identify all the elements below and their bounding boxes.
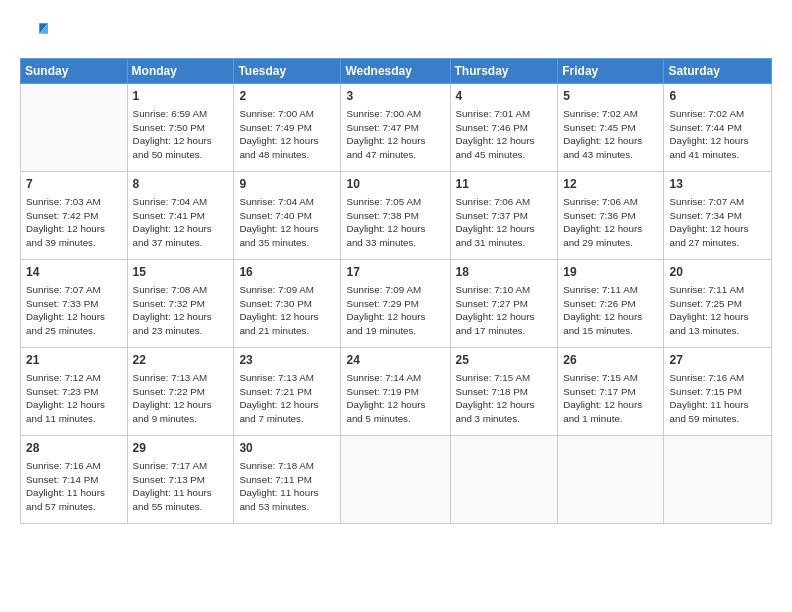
calendar-cell: 23Sunrise: 7:13 AM Sunset: 7:21 PM Dayli… (234, 348, 341, 436)
calendar-cell: 3Sunrise: 7:00 AM Sunset: 7:47 PM Daylig… (341, 84, 450, 172)
day-info: Sunrise: 7:11 AM Sunset: 7:25 PM Dayligh… (669, 283, 766, 338)
calendar-cell: 8Sunrise: 7:04 AM Sunset: 7:41 PM Daylig… (127, 172, 234, 260)
calendar-cell: 13Sunrise: 7:07 AM Sunset: 7:34 PM Dayli… (664, 172, 772, 260)
page: SundayMondayTuesdayWednesdayThursdayFrid… (0, 0, 792, 612)
calendar-cell: 28Sunrise: 7:16 AM Sunset: 7:14 PM Dayli… (21, 436, 128, 524)
day-number: 18 (456, 264, 553, 281)
day-info: Sunrise: 7:02 AM Sunset: 7:44 PM Dayligh… (669, 107, 766, 162)
calendar-cell: 25Sunrise: 7:15 AM Sunset: 7:18 PM Dayli… (450, 348, 558, 436)
calendar-body: 1Sunrise: 6:59 AM Sunset: 7:50 PM Daylig… (21, 84, 772, 524)
day-info: Sunrise: 7:00 AM Sunset: 7:49 PM Dayligh… (239, 107, 335, 162)
day-info: Sunrise: 7:13 AM Sunset: 7:21 PM Dayligh… (239, 371, 335, 426)
calendar-header: SundayMondayTuesdayWednesdayThursdayFrid… (21, 59, 772, 84)
day-number: 6 (669, 88, 766, 105)
day-number: 29 (133, 440, 229, 457)
day-number: 26 (563, 352, 658, 369)
logo (20, 18, 52, 46)
calendar-cell: 18Sunrise: 7:10 AM Sunset: 7:27 PM Dayli… (450, 260, 558, 348)
day-info: Sunrise: 7:11 AM Sunset: 7:26 PM Dayligh… (563, 283, 658, 338)
calendar-week-row: 14Sunrise: 7:07 AM Sunset: 7:33 PM Dayli… (21, 260, 772, 348)
calendar-cell: 14Sunrise: 7:07 AM Sunset: 7:33 PM Dayli… (21, 260, 128, 348)
day-info: Sunrise: 7:17 AM Sunset: 7:13 PM Dayligh… (133, 459, 229, 514)
day-number: 17 (346, 264, 444, 281)
calendar-cell: 22Sunrise: 7:13 AM Sunset: 7:22 PM Dayli… (127, 348, 234, 436)
day-number: 30 (239, 440, 335, 457)
day-number: 2 (239, 88, 335, 105)
calendar-cell (341, 436, 450, 524)
calendar-cell: 2Sunrise: 7:00 AM Sunset: 7:49 PM Daylig… (234, 84, 341, 172)
day-number: 12 (563, 176, 658, 193)
weekday-header: Thursday (450, 59, 558, 84)
calendar-cell (664, 436, 772, 524)
calendar-cell: 11Sunrise: 7:06 AM Sunset: 7:37 PM Dayli… (450, 172, 558, 260)
day-number: 21 (26, 352, 122, 369)
day-info: Sunrise: 7:09 AM Sunset: 7:30 PM Dayligh… (239, 283, 335, 338)
calendar-cell: 29Sunrise: 7:17 AM Sunset: 7:13 PM Dayli… (127, 436, 234, 524)
calendar-cell: 7Sunrise: 7:03 AM Sunset: 7:42 PM Daylig… (21, 172, 128, 260)
calendar-cell: 6Sunrise: 7:02 AM Sunset: 7:44 PM Daylig… (664, 84, 772, 172)
day-number: 4 (456, 88, 553, 105)
calendar-cell: 26Sunrise: 7:15 AM Sunset: 7:17 PM Dayli… (558, 348, 664, 436)
calendar-week-row: 7Sunrise: 7:03 AM Sunset: 7:42 PM Daylig… (21, 172, 772, 260)
day-number: 14 (26, 264, 122, 281)
weekday-header: Saturday (664, 59, 772, 84)
day-info: Sunrise: 7:14 AM Sunset: 7:19 PM Dayligh… (346, 371, 444, 426)
day-info: Sunrise: 7:09 AM Sunset: 7:29 PM Dayligh… (346, 283, 444, 338)
day-info: Sunrise: 7:06 AM Sunset: 7:36 PM Dayligh… (563, 195, 658, 250)
day-info: Sunrise: 7:12 AM Sunset: 7:23 PM Dayligh… (26, 371, 122, 426)
day-info: Sunrise: 7:18 AM Sunset: 7:11 PM Dayligh… (239, 459, 335, 514)
header (20, 18, 772, 46)
calendar-cell: 1Sunrise: 6:59 AM Sunset: 7:50 PM Daylig… (127, 84, 234, 172)
day-info: Sunrise: 7:04 AM Sunset: 7:40 PM Dayligh… (239, 195, 335, 250)
logo-icon (20, 18, 48, 46)
day-number: 27 (669, 352, 766, 369)
calendar-cell: 19Sunrise: 7:11 AM Sunset: 7:26 PM Dayli… (558, 260, 664, 348)
day-info: Sunrise: 7:01 AM Sunset: 7:46 PM Dayligh… (456, 107, 553, 162)
day-info: Sunrise: 7:16 AM Sunset: 7:14 PM Dayligh… (26, 459, 122, 514)
calendar-cell: 15Sunrise: 7:08 AM Sunset: 7:32 PM Dayli… (127, 260, 234, 348)
weekday-header: Wednesday (341, 59, 450, 84)
weekday-header: Sunday (21, 59, 128, 84)
day-info: Sunrise: 7:15 AM Sunset: 7:17 PM Dayligh… (563, 371, 658, 426)
day-info: Sunrise: 7:00 AM Sunset: 7:47 PM Dayligh… (346, 107, 444, 162)
day-number: 5 (563, 88, 658, 105)
day-number: 23 (239, 352, 335, 369)
calendar-week-row: 28Sunrise: 7:16 AM Sunset: 7:14 PM Dayli… (21, 436, 772, 524)
calendar-cell (558, 436, 664, 524)
calendar-cell: 27Sunrise: 7:16 AM Sunset: 7:15 PM Dayli… (664, 348, 772, 436)
day-number: 9 (239, 176, 335, 193)
day-number: 11 (456, 176, 553, 193)
day-info: Sunrise: 7:04 AM Sunset: 7:41 PM Dayligh… (133, 195, 229, 250)
weekday-header: Tuesday (234, 59, 341, 84)
day-info: Sunrise: 7:06 AM Sunset: 7:37 PM Dayligh… (456, 195, 553, 250)
day-number: 13 (669, 176, 766, 193)
day-number: 7 (26, 176, 122, 193)
calendar-cell: 10Sunrise: 7:05 AM Sunset: 7:38 PM Dayli… (341, 172, 450, 260)
day-info: Sunrise: 7:16 AM Sunset: 7:15 PM Dayligh… (669, 371, 766, 426)
day-info: Sunrise: 6:59 AM Sunset: 7:50 PM Dayligh… (133, 107, 229, 162)
day-number: 28 (26, 440, 122, 457)
day-info: Sunrise: 7:05 AM Sunset: 7:38 PM Dayligh… (346, 195, 444, 250)
day-number: 19 (563, 264, 658, 281)
day-number: 1 (133, 88, 229, 105)
calendar-cell: 21Sunrise: 7:12 AM Sunset: 7:23 PM Dayli… (21, 348, 128, 436)
calendar-table: SundayMondayTuesdayWednesdayThursdayFrid… (20, 58, 772, 524)
calendar-cell: 9Sunrise: 7:04 AM Sunset: 7:40 PM Daylig… (234, 172, 341, 260)
weekday-header: Monday (127, 59, 234, 84)
calendar-cell: 30Sunrise: 7:18 AM Sunset: 7:11 PM Dayli… (234, 436, 341, 524)
calendar-week-row: 21Sunrise: 7:12 AM Sunset: 7:23 PM Dayli… (21, 348, 772, 436)
day-info: Sunrise: 7:10 AM Sunset: 7:27 PM Dayligh… (456, 283, 553, 338)
day-number: 10 (346, 176, 444, 193)
calendar-cell (21, 84, 128, 172)
day-info: Sunrise: 7:07 AM Sunset: 7:34 PM Dayligh… (669, 195, 766, 250)
day-number: 24 (346, 352, 444, 369)
day-number: 22 (133, 352, 229, 369)
day-number: 16 (239, 264, 335, 281)
day-info: Sunrise: 7:07 AM Sunset: 7:33 PM Dayligh… (26, 283, 122, 338)
calendar-cell: 5Sunrise: 7:02 AM Sunset: 7:45 PM Daylig… (558, 84, 664, 172)
calendar-cell: 17Sunrise: 7:09 AM Sunset: 7:29 PM Dayli… (341, 260, 450, 348)
calendar-cell: 12Sunrise: 7:06 AM Sunset: 7:36 PM Dayli… (558, 172, 664, 260)
calendar-cell: 20Sunrise: 7:11 AM Sunset: 7:25 PM Dayli… (664, 260, 772, 348)
calendar-week-row: 1Sunrise: 6:59 AM Sunset: 7:50 PM Daylig… (21, 84, 772, 172)
calendar-cell: 4Sunrise: 7:01 AM Sunset: 7:46 PM Daylig… (450, 84, 558, 172)
